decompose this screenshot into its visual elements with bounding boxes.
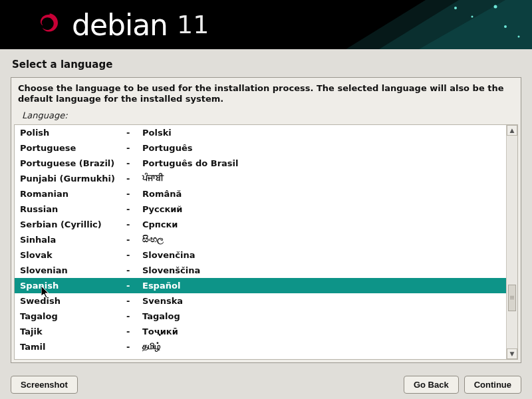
dash-separator: - (126, 311, 142, 321)
svg-point-5 (494, 5, 497, 9)
language-row[interactable]: Slovenian-Slovenščina (15, 263, 506, 278)
dash-separator: - (126, 219, 142, 229)
language-english-name: Romanian (20, 189, 126, 199)
language-english-name: Serbian (Cyrillic) (20, 219, 126, 229)
language-list-container: Polish-PolskiPortuguese-PortuguêsPortugu… (14, 124, 518, 360)
language-english-name: Tamil (20, 342, 126, 352)
svg-point-3 (454, 7, 457, 9)
dash-separator: - (126, 235, 142, 245)
language-english-name: Punjabi (Gurmukhi) (20, 174, 126, 184)
language-row[interactable]: Portuguese-Português (15, 140, 506, 156)
dash-separator: - (126, 143, 142, 153)
language-row[interactable]: Russian-Русский (15, 201, 506, 217)
svg-point-7 (518, 36, 520, 38)
language-native-name: Polski (142, 128, 506, 138)
language-row[interactable]: Spanish-Español (15, 278, 506, 293)
language-row[interactable]: Polish-Polski (15, 125, 506, 140)
dash-separator: - (126, 342, 142, 352)
language-english-name: Slovenian (20, 265, 126, 275)
language-row[interactable]: Punjabi (Gurmukhi)-ਪੰਜਾਬੀ (15, 171, 506, 186)
dash-separator: - (126, 265, 142, 275)
dash-separator: - (126, 250, 142, 260)
language-row[interactable]: Swedish-Svenska (15, 293, 506, 309)
language-english-name: Spanish (20, 281, 126, 291)
language-field-label: Language: (11, 108, 521, 124)
dash-separator: - (126, 204, 142, 214)
language-english-name: Polish (20, 128, 126, 138)
installer-banner: debian 11 (0, 0, 532, 49)
language-native-name: Slovenščina (142, 265, 506, 275)
dash-separator: - (126, 281, 142, 291)
language-native-name: Português do Brasil (142, 158, 506, 168)
brand-version: 11 (177, 10, 209, 39)
language-row[interactable]: Portuguese (Brazil)-Português do Brasil (15, 156, 506, 171)
svg-point-6 (504, 25, 507, 28)
brand-name: debian (72, 8, 168, 42)
dash-separator: - (126, 296, 142, 306)
language-native-name: Русский (142, 204, 506, 214)
instructions-text: Choose the language to be used for the i… (11, 78, 521, 108)
language-list[interactable]: Polish-PolskiPortuguese-PortuguêsPortugu… (15, 125, 506, 360)
language-row[interactable]: Romanian-Română (15, 186, 506, 201)
language-row[interactable]: Tagalog-Tagalog (15, 309, 506, 324)
dash-separator: - (126, 158, 142, 168)
language-native-name: Српски (142, 219, 506, 229)
go-back-button[interactable]: Go Back (404, 376, 459, 394)
language-native-name: Тоҷикӣ (142, 327, 506, 336)
language-english-name: Russian (20, 204, 126, 214)
language-native-name: Svenska (142, 296, 506, 306)
scroll-thumb[interactable] (508, 285, 516, 311)
language-row[interactable]: Tamil-தமிழ் (15, 339, 506, 354)
language-english-name: Portuguese (20, 143, 126, 153)
language-native-name: සිංහල (142, 234, 506, 245)
language-english-name: Tagalog (20, 311, 126, 321)
button-row: Screenshot Go Back Continue (0, 370, 532, 399)
dash-separator: - (126, 327, 142, 336)
language-english-name: Sinhala (20, 235, 126, 245)
language-english-name: Portuguese (Brazil) (20, 158, 126, 168)
dash-separator: - (126, 189, 142, 199)
main-panel: Choose the language to be used for the i… (11, 77, 521, 363)
dash-separator: - (126, 128, 142, 138)
language-native-name: ਪੰਜਾਬੀ (142, 173, 506, 184)
language-native-name: Română (142, 189, 506, 199)
language-row[interactable]: Slovak-Slovenčina (15, 247, 506, 263)
scroll-up-button[interactable]: ▲ (507, 125, 517, 136)
banner-decoration (306, 0, 532, 49)
language-english-name: Tajik (20, 327, 126, 336)
language-native-name: Español (142, 281, 506, 291)
continue-button[interactable]: Continue (464, 376, 521, 394)
language-native-name: Português (142, 143, 506, 153)
language-native-name: தமிழ் (142, 341, 506, 352)
language-english-name: Swedish (20, 296, 126, 306)
language-native-name: Tagalog (142, 311, 506, 321)
language-english-name: Slovak (20, 250, 126, 260)
scrollbar[interactable]: ▲ ▼ (506, 125, 517, 360)
language-row[interactable]: Serbian (Cyrillic)-Српски (15, 217, 506, 232)
page-title: Select a language (0, 49, 532, 77)
svg-point-4 (471, 16, 473, 18)
dash-separator: - (126, 174, 142, 184)
scroll-down-button[interactable]: ▼ (507, 348, 517, 359)
language-row[interactable]: Sinhala-සිංහල (15, 232, 506, 247)
debian-swirl-icon (33, 10, 63, 39)
language-native-name: Slovenčina (142, 250, 506, 260)
screenshot-button[interactable]: Screenshot (11, 376, 78, 394)
language-row[interactable]: Tajik-Тоҷикӣ (15, 324, 506, 339)
